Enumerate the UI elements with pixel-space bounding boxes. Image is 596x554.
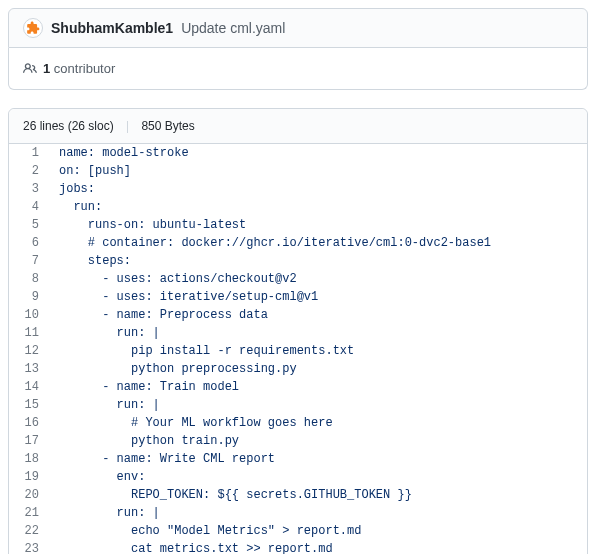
code-row: 15 run: | [9, 396, 596, 414]
code-line: - uses: iterative/setup-cml@v1 [49, 288, 596, 306]
code-row: 12 pip install -r requirements.txt [9, 342, 596, 360]
code-line: - name: Write CML report [49, 450, 596, 468]
code-row: 4 run: [9, 198, 596, 216]
code-line: # container: docker://ghcr.io/iterative/… [49, 234, 596, 252]
code-row: 5 runs-on: ubuntu-latest [9, 216, 596, 234]
line-number[interactable]: 23 [9, 540, 49, 554]
code-row: 13 python preprocessing.py [9, 360, 596, 378]
code-row: 2on: [push] [9, 162, 596, 180]
puzzle-icon [26, 21, 40, 35]
line-number[interactable]: 16 [9, 414, 49, 432]
line-number[interactable]: 9 [9, 288, 49, 306]
code-line: echo "Model Metrics" > report.md [49, 522, 596, 540]
line-number[interactable]: 19 [9, 468, 49, 486]
line-number[interactable]: 15 [9, 396, 49, 414]
code-row: 18 - name: Write CML report [9, 450, 596, 468]
line-number[interactable]: 13 [9, 360, 49, 378]
file-box: 26 lines (26 sloc) 850 Bytes 1name: mode… [8, 108, 588, 554]
line-number[interactable]: 8 [9, 270, 49, 288]
line-number[interactable]: 12 [9, 342, 49, 360]
code-row: 16 # Your ML workflow goes here [9, 414, 596, 432]
commit-message[interactable]: Update cml.yaml [181, 20, 285, 36]
line-number[interactable]: 17 [9, 432, 49, 450]
commit-bar: ShubhamKamble1 Update cml.yaml [8, 8, 588, 48]
line-number[interactable]: 20 [9, 486, 49, 504]
code-row: 8 - uses: actions/checkout@v2 [9, 270, 596, 288]
code-line: REPO_TOKEN: ${{ secrets.GITHUB_TOKEN }} [49, 486, 596, 504]
line-number[interactable]: 21 [9, 504, 49, 522]
line-number[interactable]: 22 [9, 522, 49, 540]
file-meta-bar: 26 lines (26 sloc) 850 Bytes [9, 109, 587, 144]
line-number[interactable]: 10 [9, 306, 49, 324]
line-number[interactable]: 6 [9, 234, 49, 252]
code-line: run: | [49, 504, 596, 522]
code-row: 22 echo "Model Metrics" > report.md [9, 522, 596, 540]
code-row: 11 run: | [9, 324, 596, 342]
code-line: run: | [49, 324, 596, 342]
line-number[interactable]: 18 [9, 450, 49, 468]
code-row: 20 REPO_TOKEN: ${{ secrets.GITHUB_TOKEN … [9, 486, 596, 504]
avatar[interactable] [23, 18, 43, 38]
contributors-row[interactable]: 1 contributor [8, 48, 588, 90]
line-number[interactable]: 11 [9, 324, 49, 342]
line-number[interactable]: 1 [9, 144, 49, 162]
line-number[interactable]: 7 [9, 252, 49, 270]
code-row: 23 cat metrics.txt >> report.md [9, 540, 596, 554]
code-row: 17 python train.py [9, 432, 596, 450]
code-row: 9 - uses: iterative/setup-cml@v1 [9, 288, 596, 306]
lines-sloc-text: 26 lines (26 sloc) [23, 119, 114, 133]
code-line: name: model-stroke [49, 144, 596, 162]
line-number[interactable]: 2 [9, 162, 49, 180]
file-size-text: 850 Bytes [141, 119, 194, 133]
code-row: 1name: model-stroke [9, 144, 596, 162]
code-line: python train.py [49, 432, 596, 450]
code-row: 19 env: [9, 468, 596, 486]
commit-author-link[interactable]: ShubhamKamble1 [51, 20, 173, 36]
code-line: runs-on: ubuntu-latest [49, 216, 596, 234]
code-row: 21 run: | [9, 504, 596, 522]
code-row: 10 - name: Preprocess data [9, 306, 596, 324]
code-line: # Your ML workflow goes here [49, 414, 596, 432]
code-table: 1name: model-stroke2on: [push]3jobs:4 ru… [9, 144, 596, 554]
code-line: on: [push] [49, 162, 596, 180]
code-line: env: [49, 468, 596, 486]
code-row: 14 - name: Train model [9, 378, 596, 396]
contributors-text: 1 contributor [43, 61, 115, 76]
code-line: - uses: actions/checkout@v2 [49, 270, 596, 288]
line-number[interactable]: 4 [9, 198, 49, 216]
meta-divider [127, 121, 128, 133]
code-row: 7 steps: [9, 252, 596, 270]
code-row: 3jobs: [9, 180, 596, 198]
code-line: run: | [49, 396, 596, 414]
code-line: pip install -r requirements.txt [49, 342, 596, 360]
code-line: - name: Preprocess data [49, 306, 596, 324]
code-line: - name: Train model [49, 378, 596, 396]
code-line: cat metrics.txt >> report.md [49, 540, 596, 554]
line-number[interactable]: 14 [9, 378, 49, 396]
code-line: jobs: [49, 180, 596, 198]
code-row: 6 # container: docker://ghcr.io/iterativ… [9, 234, 596, 252]
code-line: python preprocessing.py [49, 360, 596, 378]
code-line: run: [49, 198, 596, 216]
people-icon [23, 61, 37, 76]
line-number[interactable]: 3 [9, 180, 49, 198]
line-number[interactable]: 5 [9, 216, 49, 234]
code-line: steps: [49, 252, 596, 270]
